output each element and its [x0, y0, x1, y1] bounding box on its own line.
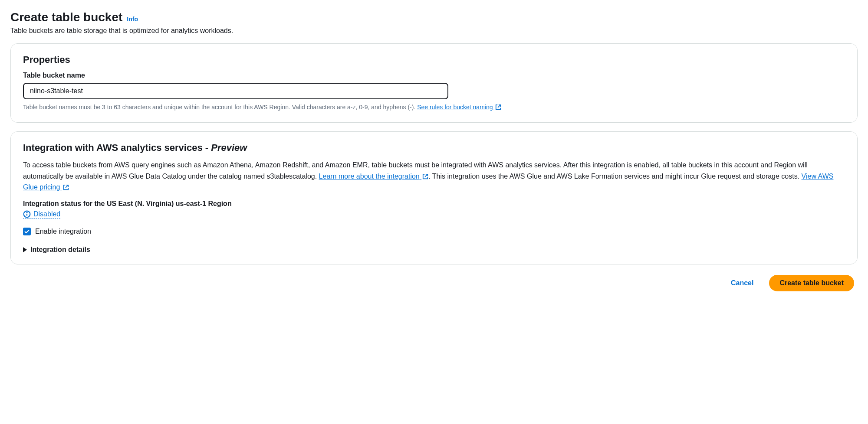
page-title-row: Create table bucket Info [10, 10, 858, 24]
cancel-button[interactable]: Cancel [720, 275, 764, 291]
enable-integration-row: Enable integration [23, 228, 845, 235]
svg-point-2 [26, 212, 27, 213]
properties-heading: Properties [23, 54, 845, 65]
integration-details-label: Integration details [30, 246, 90, 254]
create-table-bucket-button[interactable]: Create table bucket [769, 275, 854, 291]
action-bar: Cancel Create table bucket [10, 273, 858, 293]
page-title: Create table bucket [10, 10, 122, 24]
integration-status-value[interactable]: Disabled [23, 210, 60, 219]
integration-description: To access table buckets from AWS query e… [23, 160, 845, 193]
page-description: Table buckets are table storage that is … [10, 27, 858, 35]
page-header: Create table bucket Info Table buckets a… [10, 10, 858, 35]
enable-integration-label: Enable integration [35, 228, 91, 235]
info-link[interactable]: Info [127, 16, 138, 23]
bucket-name-label: Table bucket name [23, 72, 845, 79]
hint-text: Table bucket names must be 3 to 63 chara… [23, 104, 417, 111]
integration-panel: Integration with AWS analytics services … [10, 131, 858, 264]
enable-integration-checkbox[interactable] [23, 228, 31, 235]
bucket-name-hint: Table bucket names must be 3 to 63 chara… [23, 103, 845, 112]
bucket-naming-rules-link[interactable]: See rules for bucket naming [417, 104, 501, 111]
caret-right-icon [23, 247, 27, 252]
preview-badge: Preview [211, 142, 247, 153]
info-icon [23, 210, 31, 218]
integration-heading: Integration with AWS analytics services … [23, 142, 845, 153]
check-icon [24, 228, 30, 235]
learn-more-integration-link[interactable]: Learn more about the integration [319, 173, 429, 180]
properties-panel: Properties Table bucket name Table bucke… [10, 43, 858, 123]
external-link-icon [422, 173, 428, 179]
external-link-icon [495, 104, 501, 110]
integration-details-expander[interactable]: Integration details [23, 246, 845, 254]
bucket-name-input[interactable] [23, 83, 448, 99]
external-link-icon [63, 184, 69, 190]
integration-status-label: Integration status for the US East (N. V… [23, 200, 845, 208]
